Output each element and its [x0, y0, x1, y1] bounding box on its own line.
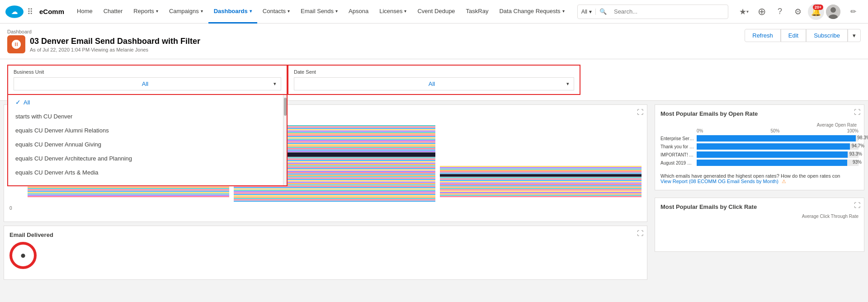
nav-contacts[interactable]: Contacts ▾	[257, 0, 295, 24]
popular-open-rate-panel: Most Popular Emails by Open Rate ⛶ Avera…	[655, 104, 864, 190]
nav-campaigns[interactable]: Campaigns ▾	[164, 0, 208, 24]
add-button[interactable]: ⊕	[754, 4, 770, 20]
dashboard-subtitle: As of Jul 22, 2020 1:04 PM·Viewing as Me…	[30, 47, 200, 52]
search-type-selector[interactable]: All ▾	[578, 9, 596, 15]
salesforce-logo[interactable]: ☁	[5, 3, 24, 21]
top-nav: ☁ ⠿ eComm Home Chatter Reports ▾ Campaig…	[0, 0, 868, 24]
dropdown-item-starts-cu[interactable]: starts with CU Denver	[8, 109, 283, 123]
settings-button[interactable]: ⚙	[790, 4, 806, 20]
chart-group-3	[440, 166, 642, 211]
axis-title: Average Open Rate	[660, 123, 859, 127]
scrollbar[interactable]	[283, 95, 287, 185]
nav-chatter[interactable]: Chatter	[98, 0, 128, 24]
nav-cvent[interactable]: Cvent Dedupe	[412, 0, 460, 24]
bar-value-4: 93%	[853, 160, 862, 165]
bar-track-2: 94.7%	[697, 143, 859, 150]
open-rate-chart: Average Open Rate 0% 50% 100% Enterprise…	[660, 121, 859, 170]
dashboard-title: 03 Denver Email Send Dashboard with Filt…	[30, 37, 200, 46]
bar-track-1: 98.3%	[697, 135, 859, 142]
email-delivered-panel: Email Delivered ⛶ ⬤	[4, 226, 647, 280]
avatar[interactable]	[826, 5, 840, 19]
nav-reports[interactable]: Reports ▾	[128, 0, 164, 24]
bar-fill-2: 94.7%	[697, 143, 850, 150]
bar-fill-1: 98.3%	[697, 135, 856, 142]
business-unit-arrow: ▾	[274, 81, 276, 87]
licenses-caret: ▾	[404, 9, 406, 14]
edit-pencil-icon[interactable]: ✏	[844, 7, 863, 16]
nav-home[interactable]: Home	[71, 0, 98, 24]
bar-fill-4: 93%	[697, 160, 847, 166]
right-panel: Most Popular Emails by Open Rate ⛶ Avera…	[651, 101, 868, 283]
business-unit-select[interactable]: All ▾	[14, 77, 281, 90]
business-unit-label: Business Unit	[14, 69, 281, 75]
email-delivered-expand-icon[interactable]: ⛶	[637, 230, 643, 237]
notification-badge: 20+	[813, 5, 823, 10]
check-icon: ✓	[15, 99, 21, 106]
app-name: eComm	[39, 8, 64, 15]
title-row: 03 Denver Email Send Dashboard with Filt…	[7, 35, 200, 53]
reports-caret: ▾	[156, 9, 158, 14]
dropdown-list: ✓ All starts with CU Denver equals CU De…	[8, 95, 283, 185]
dashboard-actions: Refresh Edit Subscribe ▾	[745, 29, 861, 42]
dropdown-item-arch[interactable]: equals CU Denver Architecture and Planni…	[8, 151, 283, 165]
dropdown-item-all[interactable]: ✓ All	[8, 95, 283, 109]
date-sent-select[interactable]: All ▾	[294, 77, 574, 90]
actions-dropdown-button[interactable]: ▾	[848, 29, 861, 42]
dashboard-title-section: Dashboard 03 Denver Email Send Dashboard…	[7, 29, 200, 53]
search-type-caret: ▾	[589, 9, 592, 15]
date-sent-value: All	[299, 80, 565, 87]
campaigns-caret: ▾	[201, 9, 203, 14]
dropdown-item-arts[interactable]: equals CU Denver Arts & Media	[8, 165, 283, 179]
bar-row-4: August 2019 Newsletter 93%	[660, 160, 859, 166]
open-rate-desc: Which emails have generated the highest …	[660, 173, 840, 179]
nav-taskray[interactable]: TaskRay	[461, 0, 494, 24]
bar-track-4: 93%	[697, 160, 859, 166]
search-input[interactable]	[610, 8, 728, 15]
search-bar: All ▾ 🔍	[577, 5, 728, 19]
business-unit-dropdown: ✓ All starts with CU Denver equals CU De…	[7, 95, 288, 186]
email-delivered-content: ⬤	[9, 242, 642, 269]
nav-licenses[interactable]: Licenses ▾	[374, 0, 412, 24]
popular-open-expand-icon[interactable]: ⛶	[854, 109, 860, 116]
data-change-caret: ▾	[562, 9, 565, 14]
bar-row-1: Enterprise Services Journal 98.3%	[660, 135, 859, 142]
email-sends-caret: ▾	[335, 9, 338, 14]
bar-label-3: IMPORTANT! Augmester ...	[660, 152, 697, 157]
svg-point-3	[830, 7, 836, 13]
warning-icon: ⚠	[782, 179, 786, 184]
nav-apsona[interactable]: Apsona	[343, 0, 374, 24]
subject-expand-icon[interactable]: ⛶	[637, 109, 643, 116]
favorites-button[interactable]: ★▾	[736, 4, 752, 20]
nav-email-sends[interactable]: Email Sends ▾	[295, 0, 343, 24]
email-donut: ⬤	[9, 242, 37, 269]
dashboards-caret: ▾	[250, 9, 252, 14]
nav-data-change[interactable]: Data Change Requests ▾	[494, 0, 570, 24]
dropdown-item-alumni[interactable]: equals CU Denver Alumni Relations	[8, 123, 283, 137]
bar-value-2: 94.7%	[852, 143, 864, 148]
svg-text:☁: ☁	[11, 8, 18, 15]
bar-value-3: 93.3%	[849, 151, 862, 156]
dashboard-icon	[7, 35, 25, 53]
filter-spacer	[580, 65, 861, 95]
contacts-caret: ▾	[288, 9, 290, 14]
date-sent-filter: Date Sent All ▾	[288, 65, 580, 95]
refresh-button[interactable]: Refresh	[745, 29, 781, 42]
popular-click-rate-panel: Most Popular Emails by Click Rate ⛶ Aver…	[655, 198, 864, 252]
open-rate-view-report-link[interactable]: View Report (08 ECOMM OG Email Sends by …	[660, 179, 778, 184]
bar-fill-3: 93.3%	[697, 151, 848, 158]
bar-label-2: Thank you for attending t...	[660, 144, 697, 149]
bar-chart-axis: 0% 50% 100%	[660, 128, 859, 133]
notifications-button[interactable]: 🔔 20+	[808, 4, 824, 20]
search-icon: 🔍	[596, 8, 610, 15]
subscribe-button[interactable]: Subscribe	[806, 29, 848, 42]
open-rate-link-row: Which emails have generated the highest …	[660, 173, 859, 184]
dropdown-item-annual[interactable]: equals CU Denver Annual Giving	[8, 137, 283, 151]
help-button[interactable]: ?	[772, 4, 788, 20]
dashboard-header: Dashboard 03 Denver Email Send Dashboard…	[0, 24, 868, 59]
popular-click-expand-icon[interactable]: ⛶	[854, 202, 860, 209]
bar-value-1: 98.3%	[858, 135, 868, 140]
grid-icon[interactable]: ⠿	[27, 7, 33, 17]
nav-dashboards[interactable]: Dashboards ▾	[208, 0, 257, 24]
business-unit-value: All	[19, 80, 272, 87]
edit-button[interactable]: Edit	[781, 29, 806, 42]
